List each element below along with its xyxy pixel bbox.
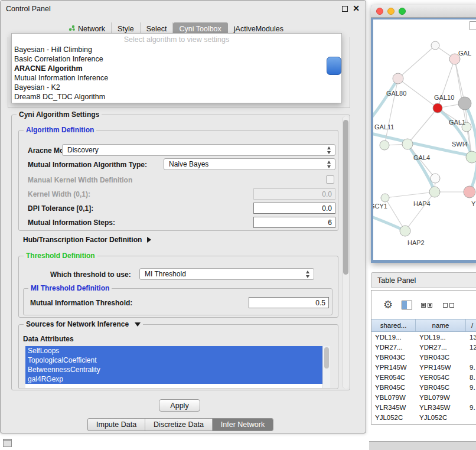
list-scrollbar[interactable] bbox=[322, 346, 330, 388]
table-column-header[interactable]: name bbox=[416, 319, 466, 331]
mi-threshold-title: MI Threshold Definition bbox=[28, 284, 112, 292]
data-attributes-label: Data Attributes bbox=[23, 335, 74, 343]
algorithm-option[interactable]: Bayesian - K2 bbox=[12, 83, 341, 92]
kernel-width-field[interactable] bbox=[253, 188, 335, 200]
table-cell: YJL052C bbox=[416, 413, 466, 423]
group-border-remnant bbox=[8, 37, 8, 107]
manual-kernel-label: Manual Kernel Width Definition bbox=[28, 176, 132, 184]
svg-text:GCY1: GCY1 bbox=[373, 203, 387, 210]
list-scrollbar-thumb[interactable] bbox=[324, 347, 329, 369]
svg-text:GAL80: GAL80 bbox=[386, 90, 406, 97]
group-border-remnant bbox=[8, 107, 350, 108]
table-cell: YER054C bbox=[416, 373, 466, 383]
svg-text:SWI4: SWI4 bbox=[452, 141, 468, 148]
algorithm-option[interactable]: Bayesian - Hill Climbing bbox=[12, 45, 341, 54]
mi-threshold-field[interactable] bbox=[249, 297, 329, 308]
table-cell: 12 bbox=[466, 343, 476, 353]
algorithm-option[interactable]: Basic Correlation Inference bbox=[12, 54, 341, 64]
table-header-row: shared...name/ bbox=[371, 319, 476, 332]
cyni-settings-title: Cyni Algorithm Settings bbox=[17, 110, 102, 119]
settings-scrollbar[interactable] bbox=[342, 116, 349, 389]
window-title: Control Panel bbox=[6, 5, 51, 13]
bottom-tab-infer-network[interactable]: Infer Network bbox=[213, 419, 273, 431]
birdseye-view-box bbox=[470, 21, 476, 30]
table-cell: 9. bbox=[466, 383, 476, 393]
which-threshold-select[interactable]: MI Threshold bbox=[139, 268, 314, 280]
select-all-icon[interactable] bbox=[421, 299, 434, 310]
help-button[interactable] bbox=[327, 57, 341, 75]
which-threshold-label: Which threshold to use: bbox=[50, 270, 131, 279]
bottom-tab-discretize-data[interactable]: Discretize Data bbox=[145, 419, 213, 431]
gear-icon[interactable]: ⚙ bbox=[383, 298, 393, 311]
mac-zoom-button[interactable] bbox=[399, 8, 406, 15]
chevron-right-icon bbox=[147, 237, 151, 243]
mi-steps-field[interactable] bbox=[253, 217, 335, 228]
bottom-tab-impute-data[interactable]: Impute Data bbox=[88, 419, 145, 431]
columns-icon[interactable] bbox=[402, 301, 412, 309]
data-attributes-list[interactable]: SelfLoopsTopologicalCoefficientBetweenne… bbox=[25, 346, 330, 388]
tab-label: Cyni Toolbox bbox=[179, 25, 221, 33]
table-cell: YDL19... bbox=[416, 332, 466, 343]
algorithm-option[interactable]: Dream8 DC_TDC Algorithm bbox=[12, 92, 341, 102]
mi-algorithm-type-select[interactable]: Naive Bayes bbox=[164, 158, 335, 170]
sources-title: Sources for Network Inference bbox=[26, 320, 129, 328]
minimized-window-icon[interactable] bbox=[3, 439, 12, 447]
table-cell: YPR145W bbox=[416, 363, 466, 373]
apply-button[interactable]: Apply bbox=[159, 399, 200, 412]
deselect-all-icon[interactable] bbox=[443, 299, 456, 310]
table-row[interactable]: YDL19...YDL19...13 bbox=[371, 332, 476, 343]
manual-kernel-checkbox[interactable] bbox=[326, 175, 334, 184]
mac-close-button[interactable] bbox=[376, 8, 383, 15]
network-graph[interactable]: GAL80GAL10GAL11GAL1SWI4GAL4GCY1HAP4YHAP2… bbox=[373, 19, 476, 260]
table-cell: 8. bbox=[466, 373, 476, 383]
table-cell: 9. bbox=[466, 403, 476, 413]
data-attributes-list-inner: SelfLoopsTopologicalCoefficientBetweenne… bbox=[25, 346, 322, 384]
algorithm-option[interactable]: ARACNE Algorithm bbox=[12, 64, 341, 73]
data-attribute-item[interactable]: BetweennessCentrality bbox=[25, 365, 322, 374]
data-attribute-item[interactable]: SelfLoops bbox=[25, 346, 322, 356]
algorithm-popup-list: Bayesian - Hill ClimbingBasic Correlatio… bbox=[12, 45, 341, 102]
svg-text:GAL11: GAL11 bbox=[374, 123, 394, 131]
tab-label: Select bbox=[146, 25, 167, 33]
tab-label: Network bbox=[78, 25, 105, 33]
sources-toggle[interactable]: Sources for Network Inference bbox=[24, 320, 143, 328]
hub-definition-label: Hub/Transcription Factor Definition bbox=[23, 236, 142, 244]
aracne-mode-select[interactable]: Discovery bbox=[62, 144, 335, 156]
hub-definition-toggle[interactable]: Hub/Transcription Factor Definition bbox=[23, 236, 151, 244]
algorithm-definition-title: Algorithm Definition bbox=[24, 126, 96, 134]
table-cell bbox=[466, 393, 476, 403]
algorithm-option[interactable]: Mutual Information Inference bbox=[12, 73, 341, 83]
tab-label: jActiveModules bbox=[234, 25, 283, 33]
scrollbar-thumb[interactable] bbox=[343, 120, 348, 275]
table-row[interactable]: YPR145WYPR145W9. bbox=[371, 363, 476, 373]
algorithm-placeholder: Select algorithm to view settings bbox=[12, 35, 341, 45]
table-row[interactable]: YDR27...YDR27...12 bbox=[371, 343, 476, 353]
data-attribute-item[interactable]: gal4RGexp bbox=[25, 374, 322, 384]
table-row[interactable]: YLR345WYLR345W9. bbox=[371, 403, 476, 413]
network-window-titlebar bbox=[371, 5, 476, 18]
control-panel-window: Control Panel ✕ NetworkStyleSelectCyni T… bbox=[0, 0, 366, 433]
table-row[interactable]: YBL079WYBL079W bbox=[371, 393, 476, 403]
table-cell: YBR043C bbox=[416, 353, 466, 363]
table-cell: YBR045C bbox=[371, 383, 416, 393]
svg-text:HAP4: HAP4 bbox=[413, 200, 431, 207]
table-cell bbox=[466, 353, 476, 363]
table-row[interactable]: YBR043CYBR043C bbox=[371, 353, 476, 363]
float-window-icon[interactable] bbox=[342, 6, 348, 12]
table-column-header[interactable]: / bbox=[466, 319, 476, 331]
algorithm-dropdown-popup: Select algorithm to view settings Bayesi… bbox=[11, 33, 342, 103]
table-column-header[interactable]: shared... bbox=[371, 319, 416, 331]
table-panel-window: ⚙ shared...name/ YDL19...YDL19...13YDR27… bbox=[371, 290, 476, 425]
mac-minimize-button[interactable] bbox=[387, 8, 395, 15]
network-canvas[interactable]: GAL80GAL10GAL11GAL1SWI4GAL4GCY1HAP4YHAP2… bbox=[373, 19, 476, 260]
unchecked-box-icon bbox=[443, 303, 448, 308]
svg-text:GAL4: GAL4 bbox=[413, 154, 430, 161]
table-panel-titlebar: Table Panel bbox=[371, 272, 476, 288]
table-row[interactable]: YJL052CYJL052C bbox=[371, 413, 476, 423]
table-row[interactable]: YBR045CYBR045C9. bbox=[371, 383, 476, 393]
table-row[interactable]: YER054CYER054C8. bbox=[371, 373, 476, 383]
data-attribute-item[interactable]: TopologicalCoefficient bbox=[25, 356, 322, 365]
dpi-tolerance-field[interactable] bbox=[253, 203, 335, 214]
close-icon[interactable]: ✕ bbox=[353, 4, 360, 13]
which-threshold-value: MI Threshold bbox=[145, 270, 186, 278]
